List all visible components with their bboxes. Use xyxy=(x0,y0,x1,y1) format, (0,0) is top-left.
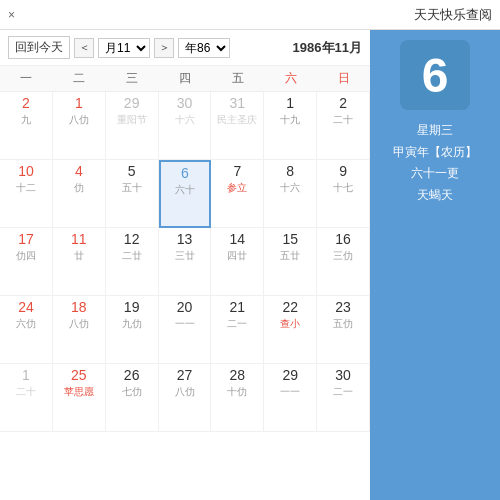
day-number: 27 xyxy=(177,366,193,386)
day-cell[interactable]: 2二十 xyxy=(317,92,370,160)
day-number: 1 xyxy=(286,94,294,114)
sidebar-detail1: 六十一更 xyxy=(393,163,477,185)
day-number: 19 xyxy=(124,298,140,318)
lunar-label: 五廿 xyxy=(280,250,300,262)
lunar-label: 仂 xyxy=(74,182,84,194)
day-cell[interactable]: 23五仂 xyxy=(317,296,370,364)
day-number: 2 xyxy=(22,94,30,114)
day-cell[interactable]: 13三廿 xyxy=(159,228,212,296)
lunar-label: 十六 xyxy=(175,114,195,126)
year-select[interactable]: 年86 xyxy=(178,38,230,58)
day-number: 29 xyxy=(282,366,298,386)
day-number: 13 xyxy=(177,230,193,250)
calendar-area: 1986年11月 回到今天 ＜ 月11 ＞ 年86 日六五四三二一 2二十1十九… xyxy=(0,30,370,500)
main-window: 天天快乐查阅 × 6 星期三 【农历】甲寅年 六十一更 天蝎天 1986年11月… xyxy=(0,0,500,500)
day-cell[interactable]: 1十九 xyxy=(264,92,317,160)
day-number: 2 xyxy=(339,94,347,114)
month-select[interactable]: 月11 xyxy=(98,38,150,58)
day-cell[interactable]: 1二十 xyxy=(0,364,53,432)
sidebar: 6 星期三 【农历】甲寅年 六十一更 天蝎天 xyxy=(370,30,500,500)
day-cell[interactable]: 21二一 xyxy=(211,296,264,364)
window-title: 天天快乐查阅 xyxy=(414,6,492,24)
sidebar-detail2: 天蝎天 xyxy=(393,185,477,207)
today-button[interactable]: 回到今天 xyxy=(8,36,70,59)
day-cell[interactable]: 20一一 xyxy=(159,296,212,364)
day-cell[interactable]: 17仂四 xyxy=(0,228,53,296)
day-cell[interactable]: 30二一 xyxy=(317,364,370,432)
day-cell[interactable]: 29重阳节 xyxy=(106,92,159,160)
weekday-label: 三 xyxy=(106,66,159,91)
day-number: 9 xyxy=(339,162,347,182)
lunar-label: 十六 xyxy=(280,182,300,194)
day-cell[interactable]: 31民主圣庆 xyxy=(211,92,264,160)
day-cell[interactable]: 29一一 xyxy=(264,364,317,432)
day-number: 30 xyxy=(335,366,351,386)
day-number: 18 xyxy=(71,298,87,318)
day-cell[interactable]: 1八仂 xyxy=(53,92,106,160)
weekday-label: 四 xyxy=(159,66,212,91)
weekdays-header: 日六五四三二一 xyxy=(0,66,370,92)
day-cell[interactable]: 26七仂 xyxy=(106,364,159,432)
day-number: 17 xyxy=(18,230,34,250)
lunar-label: 仂四 xyxy=(16,250,36,262)
lunar-label: 查小 xyxy=(280,318,300,330)
day-cell[interactable]: 27八仂 xyxy=(159,364,212,432)
day-cell[interactable]: 4仂 xyxy=(53,160,106,228)
day-number: 6 xyxy=(181,164,189,184)
day-cell[interactable]: 16三仂 xyxy=(317,228,370,296)
nav-controls: 回到今天 ＜ 月11 ＞ 年86 xyxy=(8,36,230,59)
day-cell[interactable]: 5五十 xyxy=(106,160,159,228)
day-cell[interactable]: 2九 xyxy=(0,92,53,160)
day-cell[interactable]: 19九仂 xyxy=(106,296,159,364)
lunar-label: 二廿 xyxy=(122,250,142,262)
close-button[interactable]: × xyxy=(8,8,15,22)
day-number: 30 xyxy=(177,94,193,114)
day-cell[interactable]: 9十七 xyxy=(317,160,370,228)
day-cell[interactable]: 15五廿 xyxy=(264,228,317,296)
lunar-label: 民主圣庆 xyxy=(217,114,257,126)
prev-button[interactable]: ＜ xyxy=(74,38,94,58)
next-button[interactable]: ＞ xyxy=(154,38,174,58)
day-cell[interactable]: 12二廿 xyxy=(106,228,159,296)
day-cell[interactable]: 11廿 xyxy=(53,228,106,296)
sidebar-info: 星期三 【农历】甲寅年 六十一更 天蝎天 xyxy=(393,120,477,206)
calendar-grid[interactable]: 2二十1十九31民主圣庆30十六29重阳节1八仂2九9十七8十六7参立6六十5五… xyxy=(0,92,370,500)
lunar-label: 二一 xyxy=(227,318,247,330)
sidebar-lunar-year: 【农历】甲寅年 xyxy=(393,142,477,164)
day-number: 29 xyxy=(124,94,140,114)
lunar-label: 参立 xyxy=(227,182,247,194)
lunar-label: 五十 xyxy=(122,182,142,194)
day-number: 14 xyxy=(230,230,246,250)
day-cell[interactable]: 28十仂 xyxy=(211,364,264,432)
lunar-label: 九仂 xyxy=(122,318,142,330)
day-number: 10 xyxy=(18,162,34,182)
lunar-label: 八仂 xyxy=(175,386,195,398)
main-content: 6 星期三 【农历】甲寅年 六十一更 天蝎天 1986年11月 回到今天 ＜ 月… xyxy=(0,30,500,500)
day-cell[interactable]: 30十六 xyxy=(159,92,212,160)
calendar-title: 1986年11月 xyxy=(293,39,362,57)
lunar-label: 十九 xyxy=(280,114,300,126)
day-cell[interactable]: 8十六 xyxy=(264,160,317,228)
day-number: 7 xyxy=(233,162,241,182)
sidebar-weekday: 星期三 xyxy=(393,120,477,142)
day-number: 25 xyxy=(71,366,87,386)
day-cell[interactable]: 7参立 xyxy=(211,160,264,228)
day-cell[interactable]: 14四廿 xyxy=(211,228,264,296)
lunar-label: 廿 xyxy=(74,250,84,262)
lunar-label: 六仂 xyxy=(16,318,36,330)
day-number: 21 xyxy=(230,298,246,318)
day-cell[interactable]: 24六仂 xyxy=(0,296,53,364)
weekday-label: 六 xyxy=(264,66,317,91)
lunar-label: 十仂 xyxy=(227,386,247,398)
lunar-label: 九 xyxy=(21,114,31,126)
day-number: 1 xyxy=(75,94,83,114)
day-number: 4 xyxy=(75,162,83,182)
day-cell[interactable]: 18八仂 xyxy=(53,296,106,364)
day-cell[interactable]: 22查小 xyxy=(264,296,317,364)
day-cell[interactable]: 6六十 xyxy=(159,160,212,228)
day-number: 8 xyxy=(286,162,294,182)
day-number: 16 xyxy=(335,230,351,250)
day-cell[interactable]: 10十二 xyxy=(0,160,53,228)
day-cell[interactable]: 25苹思愿 xyxy=(53,364,106,432)
big-date-display: 6 xyxy=(400,40,470,110)
